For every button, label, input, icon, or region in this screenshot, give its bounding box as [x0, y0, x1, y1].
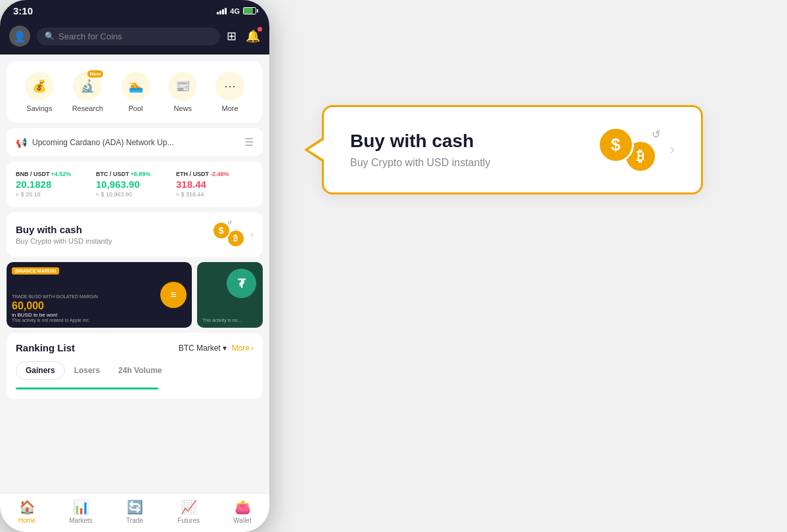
promo-sub: in BUSD to be won!	[12, 312, 187, 318]
promo-disclaimer-2: This activity is no...	[202, 318, 258, 322]
market-dropdown-icon: ▾	[223, 344, 227, 353]
research-label: Research	[72, 104, 103, 112]
btc-price: 10,963.90	[96, 179, 173, 190]
nav-wallet[interactable]: 👛 Wallet	[226, 499, 259, 524]
tab-losers[interactable]: Losers	[65, 361, 109, 380]
coin-icons: $ ↺ ₿	[212, 221, 245, 248]
promo-banner-2[interactable]: ₮ This activity is no...	[197, 262, 263, 328]
nav-futures[interactable]: 📈 Futures	[172, 499, 205, 524]
battery-icon	[243, 7, 256, 14]
action-research[interactable]: 🔬 New Research	[72, 72, 103, 112]
callout-left: Buy with cash Buy Crypto with USD instan…	[350, 131, 490, 169]
signal-bar-1	[217, 12, 219, 14]
buy-cash-card[interactable]: Buy with cash Buy Crypto with USD instan…	[7, 212, 263, 257]
nav-trade-label: Trade	[126, 517, 143, 524]
ranking-header: Ranking List BTC Market ▾ More ›	[16, 342, 254, 353]
bnb-change: +4.52%	[51, 171, 72, 177]
signal-bar-4	[225, 8, 227, 14]
top-nav: 👤 🔍 Search for Coins ⊞ 🔔	[0, 20, 269, 55]
announcement-banner[interactable]: 📢 Upcoming Cardano (ADA) Network Up... ☰	[7, 128, 263, 156]
right-section: Buy with cash Buy Crypto with USD instan…	[269, 0, 787, 194]
bnb-usd: ≈ $ 20.18	[16, 191, 93, 198]
nav-markets-label: Markets	[69, 517, 93, 524]
buy-cash-left: Buy with cash Buy Crypto with USD instan…	[16, 224, 112, 245]
top-nav-icons: ⊞ 🔔	[227, 29, 260, 43]
tab-24h-volume[interactable]: 24h Volume	[109, 361, 171, 380]
main-content: 💰 Savings 🔬 New Research 🏊	[0, 55, 269, 532]
callout-coins: $ ₿ ↺	[598, 127, 657, 173]
wallet-icon: 👛	[235, 499, 251, 515]
markets-icon: 📊	[73, 499, 89, 515]
trade-icon: 🔄	[127, 499, 143, 515]
promo-section: BINANCE MARGIN ≡ TRADE BUSD WITH ISOLATE…	[7, 262, 263, 328]
pool-label: Pool	[129, 104, 143, 112]
search-icon: 🔍	[45, 32, 55, 41]
bell-icon[interactable]: 🔔	[246, 29, 260, 43]
btc-change: +6.89%	[131, 171, 151, 177]
action-more[interactable]: ⋯ More	[215, 72, 244, 112]
action-pool[interactable]: 🏊 Pool	[122, 72, 150, 112]
status-right: 4G	[217, 7, 256, 15]
callout-refresh-icon: ↺	[652, 128, 660, 141]
nav-markets[interactable]: 📊 Markets	[64, 499, 97, 524]
bnb-pair: BNB / USDT	[16, 171, 50, 177]
nav-futures-label: Futures	[177, 517, 200, 524]
callout-card[interactable]: Buy with cash Buy Crypto with USD instan…	[322, 105, 703, 194]
futures-icon: 📈	[181, 499, 197, 515]
status-bar: 3:10 4G	[0, 0, 269, 20]
eth-pair: ETH / USDT	[176, 171, 209, 177]
buy-cash-right: $ ↺ ₿ ›	[212, 221, 254, 248]
research-icon: 🔬	[80, 79, 95, 93]
ticker-eth[interactable]: ETH / USDT -2.48% 318.44 ≈ $ 318.44	[176, 171, 254, 198]
news-icon-wrap: 📰	[168, 72, 197, 100]
dollar-coin: $ ↺	[212, 221, 231, 240]
ticker-btc[interactable]: BTC / USDT +6.89% 10,963.90 ≈ $ 10,963.9…	[96, 171, 173, 198]
more-link[interactable]: More ›	[232, 344, 254, 353]
savings-label: Savings	[26, 104, 52, 112]
news-label: News	[174, 104, 192, 112]
ranking-controls: BTC Market ▾ More ›	[179, 344, 254, 353]
btc-usd: ≈ $ 10,963.90	[96, 191, 173, 198]
promo-label-1: BINANCE MARGIN	[12, 267, 59, 275]
btc-pair: BTC / USDT	[96, 171, 129, 177]
pool-icon: 🏊	[129, 79, 143, 93]
megaphone-icon: 📢	[16, 137, 27, 148]
savings-icon: 💰	[32, 79, 47, 93]
avatar[interactable]: 👤	[9, 26, 30, 47]
more-link-label: More	[232, 344, 250, 353]
promo-banner-1[interactable]: BINANCE MARGIN ≡ TRADE BUSD WITH ISOLATE…	[7, 262, 192, 328]
signal-bar-3	[222, 9, 224, 14]
ticker-bnb[interactable]: BNB / USDT +4.52% 20.1828 ≈ $ 20.18	[16, 171, 93, 198]
scan-icon[interactable]: ⊞	[227, 29, 236, 43]
nav-home[interactable]: 🏠 Home	[11, 499, 43, 524]
eth-usd: ≈ $ 318.44	[176, 191, 254, 198]
promo-disclaimer-1: This activity is not related to Apple In…	[12, 318, 187, 322]
signal-bars	[217, 8, 227, 14]
nav-trade[interactable]: 🔄 Trade	[118, 499, 151, 524]
callout-dollar-coin: $	[598, 127, 634, 163]
nav-home-label: Home	[18, 517, 36, 524]
action-news[interactable]: 📰 News	[168, 72, 197, 112]
search-bar[interactable]: 🔍 Search for Coins	[37, 28, 220, 45]
more-icon-wrap: ⋯	[215, 72, 244, 100]
status-time: 3:10	[13, 5, 33, 16]
battery-fill	[244, 8, 253, 14]
phone-screen: 3:10 4G 👤 🔍 Search for Coins	[0, 0, 269, 532]
tab-gainers[interactable]: Gainers	[16, 361, 65, 380]
promo-coin-tether: ₮	[227, 269, 256, 298]
action-savings[interactable]: 💰 Savings	[25, 72, 54, 112]
ranking-title: Ranking List	[16, 342, 75, 353]
search-placeholder-text: Search for Coins	[58, 32, 122, 41]
research-icon-wrap: 🔬 New	[73, 72, 102, 100]
market-selector[interactable]: BTC Market ▾	[179, 344, 227, 353]
callout-subtitle: Buy Crypto with USD instantly	[350, 157, 490, 169]
bnb-price: 20.1828	[16, 179, 93, 190]
ranking-green-bar	[16, 388, 158, 389]
ranking-tabs: Gainers Losers 24h Volume	[16, 361, 254, 380]
new-badge: New	[87, 70, 103, 78]
pool-icon-wrap: 🏊	[122, 72, 150, 100]
signal-bar-2	[219, 11, 221, 14]
home-icon: 🏠	[19, 499, 35, 515]
buy-cash-subtitle: Buy Crypto with USD instantly	[16, 237, 112, 245]
chevron-right-icon: ›	[250, 229, 254, 240]
